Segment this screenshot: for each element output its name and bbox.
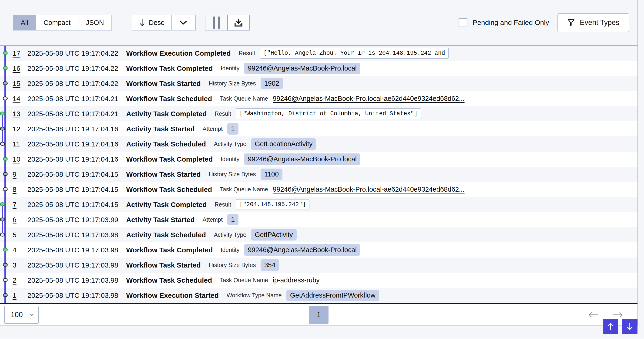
event-row[interactable]: 122025-05-08 UTC 19:17:04.16Activity Tas… (0, 121, 638, 136)
event-status-dot (3, 263, 8, 267)
scroll-to-top-button[interactable] (603, 319, 618, 334)
event-name: Activity Task Completed (126, 110, 206, 118)
event-status-dot (3, 51, 8, 55)
event-id-link[interactable]: 7 (12, 201, 21, 209)
event-row[interactable]: 32025-05-08 UTC 19:17:03.98Workflow Task… (0, 257, 638, 273)
scroll-to-bottom-button[interactable] (622, 319, 638, 334)
download-icon (233, 18, 244, 28)
funnel-icon (567, 19, 575, 27)
event-status-dot (3, 293, 8, 297)
event-attr-value-badge: 99246@Angelas-MacBook-Pro.local (244, 153, 360, 165)
event-id-link[interactable]: 14 (12, 95, 21, 103)
event-table: 172025-05-08 UTC 19:17:04.22Workflow Exe… (0, 46, 638, 304)
previous-page-button[interactable] (588, 311, 599, 318)
event-row[interactable]: 62025-05-08 UTC 19:17:03.99Activity Task… (0, 212, 638, 227)
event-row[interactable]: 12025-05-08 UTC 19:17:03.98Workflow Exec… (0, 288, 638, 303)
event-attr-label: Activity Type (214, 141, 246, 147)
next-page-button[interactable] (612, 311, 624, 318)
event-id-link[interactable]: 12 (12, 125, 21, 133)
event-name: Workflow Execution Started (126, 291, 219, 299)
event-status-dot (3, 187, 8, 191)
pending-failed-checkbox[interactable] (458, 18, 468, 27)
event-id-link[interactable]: 2 (12, 276, 21, 284)
arrow-right-icon (612, 311, 624, 318)
sort-desc-button[interactable]: Desc (132, 15, 171, 30)
current-page-indicator[interactable]: 1 (309, 306, 328, 324)
event-row[interactable]: 52025-05-08 UTC 19:17:03.98Activity Task… (0, 227, 638, 242)
event-row[interactable]: 82025-05-08 UTC 19:17:04.15Workflow Task… (0, 182, 638, 197)
event-attr-label: Attempt (203, 216, 223, 223)
event-row[interactable]: 152025-05-08 UTC 19:17:04.22Workflow Tas… (0, 76, 638, 91)
event-timestamp: 2025-05-08 UTC 19:17:03.98 (28, 291, 118, 299)
page-size-select[interactable]: 100 (4, 306, 38, 324)
event-id-link[interactable]: 13 (12, 110, 21, 118)
event-attr-value-badge: 1 (227, 123, 238, 135)
scrollbar-gutter[interactable] (638, 0, 644, 326)
timeline-rail (0, 106, 12, 121)
page-nav (588, 311, 624, 318)
event-timestamp: 2025-05-08 UTC 19:17:03.99 (28, 216, 118, 224)
event-id-link[interactable]: 17 (12, 49, 21, 57)
event-id-link[interactable]: 15 (12, 80, 21, 88)
event-name: Activity Task Started (126, 216, 195, 224)
event-row[interactable]: 172025-05-08 UTC 19:17:04.22Workflow Exe… (0, 46, 638, 61)
event-status-dot (3, 96, 8, 100)
sort-options-button[interactable] (171, 15, 195, 30)
tab-all[interactable]: All (13, 15, 36, 30)
event-timestamp: 2025-05-08 UTC 19:17:03.98 (28, 231, 118, 239)
event-id-link[interactable]: 5 (12, 231, 21, 239)
event-status-dot (3, 157, 8, 161)
event-attr-value-code: ["Washington, District of Columbia, Unit… (236, 108, 421, 119)
timeline-rail (0, 257, 12, 273)
event-id-link[interactable]: 11 (12, 140, 21, 148)
event-id-link[interactable]: 9 (12, 170, 21, 178)
download-button[interactable] (227, 15, 250, 31)
event-row[interactable]: 72025-05-08 UTC 19:17:04.15Activity Task… (0, 197, 638, 212)
event-row[interactable]: 92025-05-08 UTC 19:17:04.15Workflow Task… (0, 167, 638, 182)
event-row[interactable]: 112025-05-08 UTC 19:17:04.16Activity Tas… (0, 136, 638, 152)
event-name: Workflow Task Scheduled (126, 186, 212, 193)
event-attr-value-link[interactable]: ip-address-ruby (273, 276, 320, 284)
event-attr-label: Identity (221, 247, 240, 253)
event-attr-value-link[interactable]: 99246@Angelas-MacBook-Pro.local-ae62d440… (273, 95, 464, 102)
event-id-link[interactable]: 8 (12, 186, 21, 193)
timeline-rail (0, 182, 12, 197)
event-history-page: All Compact JSON Desc (0, 0, 644, 339)
event-id-link[interactable]: 16 (12, 65, 21, 72)
event-row[interactable]: 102025-05-08 UTC 19:17:04.16Workflow Tas… (0, 152, 638, 167)
event-id-link[interactable]: 6 (12, 216, 21, 224)
event-types-button[interactable]: Event Types (558, 13, 629, 32)
event-status-dot (0, 112, 5, 116)
event-id-link[interactable]: 4 (12, 246, 21, 254)
event-attr-label: Task Queue Name (220, 95, 268, 102)
event-status-dot (0, 202, 5, 206)
event-name: Activity Task Completed (126, 201, 206, 209)
event-attr-value-badge: 1100 (260, 169, 282, 180)
event-name: Workflow Task Completed (126, 65, 213, 72)
timeline-rail (0, 288, 12, 303)
event-id-link[interactable]: 3 (12, 261, 21, 269)
tab-json[interactable]: JSON (78, 15, 111, 30)
sort-control: Desc (132, 15, 196, 31)
event-row[interactable]: 22025-05-08 UTC 19:17:03.98Workflow Task… (0, 273, 638, 288)
sort-label: Desc (149, 19, 164, 27)
timeline-rail (0, 91, 12, 106)
event-attr-value-link[interactable]: 99246@Angelas-MacBook-Pro.local-ae62d440… (273, 186, 464, 193)
event-row[interactable]: 142025-05-08 UTC 19:17:04.21Workflow Tas… (0, 91, 638, 106)
event-name: Workflow Task Started (126, 261, 201, 269)
event-timestamp: 2025-05-08 UTC 19:17:04.22 (28, 65, 118, 72)
event-row[interactable]: 162025-05-08 UTC 19:17:04.22Workflow Tas… (0, 61, 638, 76)
tab-compact[interactable]: Compact (36, 15, 78, 30)
event-row[interactable]: 132025-05-08 UTC 19:17:04.21Activity Tas… (0, 106, 638, 121)
event-id-link[interactable]: 1 (12, 291, 21, 299)
event-timestamp: 2025-05-08 UTC 19:17:03.98 (28, 276, 118, 284)
event-id-link[interactable]: 10 (12, 155, 21, 163)
pause-button[interactable] (205, 15, 227, 31)
event-status-dot (0, 233, 5, 237)
event-status-dot (0, 217, 5, 221)
event-name: Workflow Task Started (126, 170, 201, 178)
view-mode-tabs: All Compact JSON (13, 15, 112, 31)
timeline-rail (0, 61, 12, 76)
toolbar: All Compact JSON Desc (0, 0, 638, 46)
event-row[interactable]: 42025-05-08 UTC 19:17:03.98Workflow Task… (0, 242, 638, 257)
